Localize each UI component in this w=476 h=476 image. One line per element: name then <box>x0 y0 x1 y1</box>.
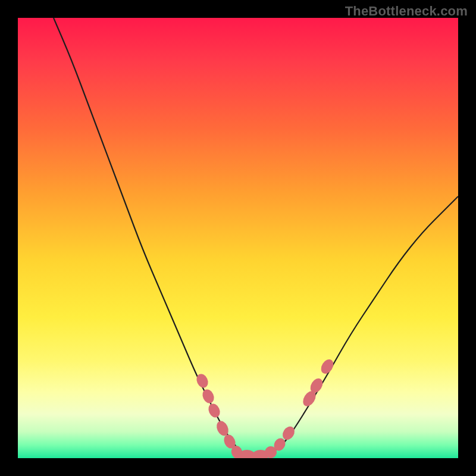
marker-dot <box>206 402 222 419</box>
watermark-text: TheBottleneck.com <box>345 4 468 19</box>
plot-area <box>18 18 458 458</box>
chart-svg <box>18 18 458 458</box>
marker-dot <box>318 357 336 376</box>
data-markers <box>195 357 336 458</box>
marker-dot <box>201 387 216 405</box>
main-curve <box>54 18 458 456</box>
chart-frame: TheBottleneck.com <box>0 0 476 476</box>
